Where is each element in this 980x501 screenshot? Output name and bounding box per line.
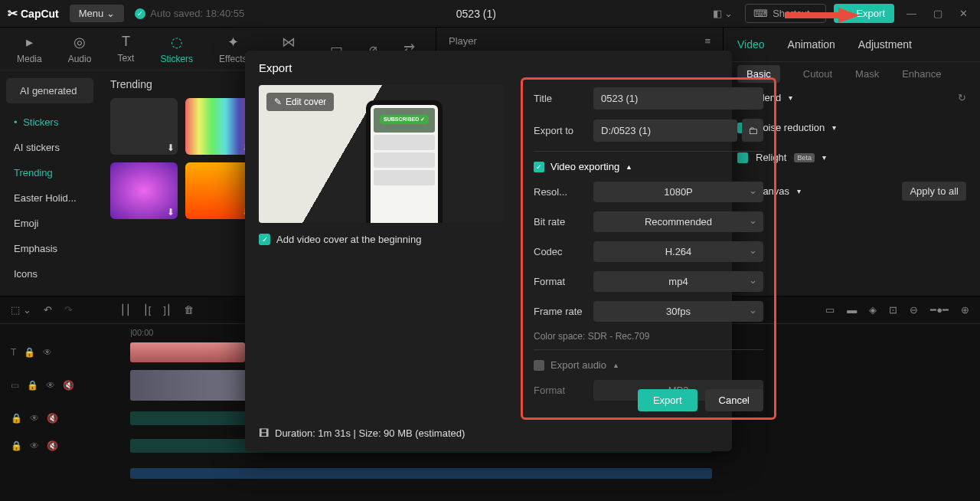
zoom-slider[interactable]: ━●━ — [930, 304, 949, 316]
collapse-icon[interactable]: ▲ — [626, 163, 632, 171]
pointer-tool[interactable]: ⬚ ⌄ — [11, 304, 31, 316]
effects-icon: ✦ — [227, 34, 239, 51]
delete-tool[interactable]: 🗑 — [184, 304, 194, 316]
export-confirm-button[interactable]: Export — [638, 389, 697, 411]
clip[interactable] — [130, 342, 245, 362]
redo-button[interactable]: ↷ — [64, 304, 73, 316]
title-input[interactable] — [593, 87, 763, 110]
exportto-input[interactable] — [593, 120, 737, 142]
shortcuts-label: Shortcut... — [773, 8, 818, 19]
tab-text[interactable]: TText — [117, 34, 134, 64]
sticker-item[interactable]: ⬇ — [110, 98, 178, 155]
bitrate-select[interactable]: Recommended — [593, 211, 763, 232]
tl-tool-2[interactable]: ▬ — [847, 304, 857, 316]
clip[interactable] — [130, 370, 260, 401]
tab-audio[interactable]: ◎Audio — [68, 34, 92, 64]
tl-tool-4[interactable]: ⊡ — [889, 304, 897, 316]
tab-effects[interactable]: ✦Effects — [219, 34, 247, 64]
tab-media-label: Media — [17, 54, 42, 64]
lock-icon[interactable]: 🔒 — [24, 347, 35, 358]
split-tool[interactable]: ⎮⎮ — [120, 304, 131, 316]
subtab-cutout[interactable]: Cutout — [803, 68, 832, 83]
edit-cover-button[interactable]: ✎ Edit cover — [266, 93, 334, 111]
codec-label: Codec — [534, 246, 593, 257]
chevron-down-icon: ▾ — [797, 187, 801, 195]
checkbox-icon[interactable] — [534, 360, 544, 371]
sticker-item[interactable]: ⬇ — [185, 98, 253, 155]
browse-folder-button[interactable]: 🗀 — [742, 119, 763, 142]
download-icon[interactable]: ⬇ — [167, 207, 175, 218]
cat-stickers[interactable]: Stickers — [0, 110, 100, 135]
eye-icon[interactable]: 👁 — [30, 413, 39, 424]
cat-easter[interactable]: Easter Holid... — [0, 185, 100, 211]
lock-icon[interactable]: 🔒 — [11, 440, 22, 451]
cat-emoji[interactable]: Emoji — [0, 211, 100, 236]
cat-ai-generated[interactable]: AI generated — [6, 78, 93, 103]
cat-icons[interactable]: Icons — [0, 261, 100, 287]
tl-tool-3[interactable]: ◈ — [869, 304, 877, 316]
undo-button[interactable]: ↶ — [44, 304, 52, 316]
zoom-in[interactable]: ⊕ — [961, 304, 969, 316]
zoom-out[interactable]: ⊖ — [910, 304, 918, 316]
checkbox-icon[interactable]: ✓ — [259, 234, 270, 245]
cat-ai-stickers[interactable]: AI stickers — [0, 135, 100, 160]
tab-media[interactable]: ▸Media — [17, 34, 42, 64]
fps-select[interactable]: 30fps — [593, 301, 763, 322]
format-select[interactable]: mp4 — [593, 271, 763, 292]
mute-icon[interactable]: 🔇 — [47, 413, 58, 424]
subtab-mask[interactable]: Mask — [855, 68, 879, 83]
tab-stickers[interactable]: ◌Stickers — [160, 34, 193, 64]
video-export-section[interactable]: ✓ Video exporting ▲ — [534, 161, 763, 172]
minimize-button[interactable]: — — [902, 8, 921, 19]
download-icon[interactable]: ⬇ — [167, 142, 175, 153]
sticker-item[interactable]: ⬇ — [110, 162, 178, 219]
eye-icon[interactable]: 👁 — [43, 347, 52, 358]
app-logo: ✂ CapCut — [8, 6, 59, 21]
collapse-icon[interactable]: ▲ — [612, 362, 619, 369]
apply-all-button[interactable]: Apply to all — [902, 182, 966, 201]
maximize-button[interactable]: ▢ — [929, 8, 947, 19]
text-track-icon: T — [11, 347, 16, 358]
audio-export-section[interactable]: Export audio ▲ — [534, 359, 763, 371]
lock-icon[interactable]: 🔒 — [27, 380, 38, 391]
eye-icon[interactable]: 👁 — [30, 440, 39, 451]
menu-button[interactable]: Menu ⌄ — [70, 5, 125, 22]
fps-label: Frame rate — [534, 306, 593, 317]
prop-tab-adjustment[interactable]: Adjustment — [858, 38, 912, 51]
cover-preview[interactable]: ✎ Edit cover — [259, 85, 504, 223]
subtab-enhance[interactable]: Enhance — [902, 68, 941, 83]
reset-icon[interactable]: ↻ — [958, 92, 966, 103]
lock-icon[interactable]: 🔒 — [11, 413, 22, 424]
stickers-icon: ◌ — [171, 34, 183, 51]
cover-column: ✎ Edit cover ✓ Add video cover at the be… — [259, 85, 504, 414]
prop-tab-animation[interactable]: Animation — [788, 38, 835, 51]
cancel-button[interactable]: Cancel — [705, 389, 763, 411]
sticker-item[interactable]: ⬇ — [185, 162, 253, 219]
shortcuts-button[interactable]: ⌨ Shortcut... — [745, 4, 826, 23]
autosave-text: Auto saved: 18:40:55 — [150, 8, 244, 19]
tab-effects-label: Effects — [219, 54, 247, 64]
track-blue[interactable] — [11, 462, 980, 485]
checkbox-icon[interactable]: ✓ — [534, 162, 544, 172]
prop-tab-video[interactable]: Video — [737, 38, 765, 51]
eye-icon[interactable]: 👁 — [46, 380, 55, 391]
codec-select[interactable]: H.264 — [593, 241, 763, 262]
hamburger-icon[interactable]: ≡ — [704, 35, 710, 47]
mute-icon[interactable]: 🔇 — [47, 440, 58, 451]
clip[interactable] — [130, 468, 712, 479]
split-right-tool[interactable]: ]⎮ — [163, 304, 172, 316]
export-button-top[interactable]: ⏏ Export — [834, 4, 894, 23]
media-icon: ▸ — [26, 34, 33, 51]
layout-icon[interactable]: ◧ ⌄ — [708, 8, 738, 19]
export-modal: Export ✎ Edit cover ✓ Add — [245, 51, 732, 451]
add-cover-checkbox-row[interactable]: ✓ Add video cover at the beginning — [259, 234, 504, 245]
close-button[interactable]: ✕ — [955, 8, 972, 19]
tl-tool-1[interactable]: ▭ — [825, 304, 835, 316]
mute-icon[interactable]: 🔇 — [63, 380, 74, 391]
resolution-select[interactable]: 1080P — [593, 182, 763, 202]
cat-trending[interactable]: Trending — [0, 160, 100, 185]
video-track-icon: ▭ — [11, 380, 19, 391]
split-left-tool[interactable]: ⎮[ — [143, 304, 152, 316]
cat-emphasis[interactable]: Emphasis — [0, 236, 100, 261]
edit-cover-label: Edit cover — [286, 97, 326, 107]
